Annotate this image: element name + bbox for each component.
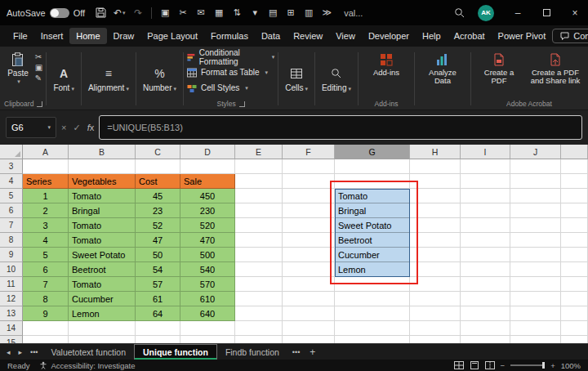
menu-tab-view[interactable]: View <box>329 28 362 44</box>
zoom-in-button[interactable]: + <box>550 361 555 370</box>
camera-icon[interactable]: ▥ <box>301 3 317 23</box>
cell-F8[interactable] <box>283 233 335 248</box>
cell-D15[interactable] <box>180 336 235 343</box>
cell-B12[interactable]: Cucumber <box>69 292 136 306</box>
cut-button[interactable]: ✂ <box>35 52 42 61</box>
cell-A7[interactable]: 3 <box>23 218 69 233</box>
search-button[interactable] <box>451 3 467 23</box>
cell-G5[interactable]: Tomato <box>335 189 410 203</box>
cell-G8[interactable]: Beetroot <box>335 233 410 248</box>
menu-tab-formulas[interactable]: Formulas <box>204 28 255 44</box>
mail-icon[interactable]: ✉ <box>193 3 209 23</box>
cell-J15[interactable] <box>510 336 561 343</box>
cell-H6[interactable] <box>410 203 461 218</box>
cell-H8[interactable] <box>410 233 461 248</box>
column-header-E[interactable]: E <box>235 145 283 159</box>
zoom-slider-thumb[interactable] <box>542 362 545 369</box>
cell-E12[interactable] <box>235 292 283 306</box>
column-header-G[interactable]: G <box>335 145 410 159</box>
cell-F13[interactable] <box>283 306 335 321</box>
cell-E15[interactable] <box>235 336 283 343</box>
zoom-slider[interactable] <box>510 364 545 366</box>
dropdown-icon[interactable]: ▾ <box>247 3 263 23</box>
create-pdf-button[interactable]: Create a PDF <box>474 50 523 87</box>
cell-D4[interactable]: Sale <box>180 174 235 189</box>
menu-tab-draw[interactable]: Draw <box>107 28 141 44</box>
insert-function-icon[interactable]: fx <box>87 123 95 132</box>
cell-A5[interactable]: 1 <box>23 189 69 203</box>
cell-E14[interactable] <box>235 321 283 336</box>
cell-F5[interactable] <box>283 189 335 203</box>
cell-J3[interactable] <box>510 159 561 174</box>
editing-group-button[interactable]: Editing▾ <box>316 48 357 110</box>
cell-A13[interactable]: 9 <box>23 306 69 321</box>
row-header-3[interactable]: 3 <box>0 159 23 174</box>
accessibility-button[interactable]: Accessibility: Investigate <box>39 361 135 370</box>
copy-icon[interactable]: ▣ <box>157 3 173 23</box>
column-header-D[interactable]: D <box>180 145 235 159</box>
cell-A12[interactable]: 8 <box>23 292 69 306</box>
addins-button[interactable]: Add-ins <box>362 50 411 78</box>
cell-C14[interactable] <box>136 321 180 336</box>
row-header-7[interactable]: 7 <box>0 218 23 233</box>
view-page-break-icon[interactable] <box>485 361 495 369</box>
menu-tab-acrobat[interactable]: Acrobat <box>448 28 492 44</box>
cell-G10[interactable]: Lemon <box>335 262 410 277</box>
menu-tab-page-layout[interactable]: Page Layout <box>140 28 204 44</box>
cell-H7[interactable] <box>410 218 461 233</box>
pivot-icon[interactable]: ⊞ <box>283 3 299 23</box>
cell-E6[interactable] <box>235 203 283 218</box>
cell-A6[interactable]: 2 <box>23 203 69 218</box>
cell-I5[interactable] <box>461 189 510 203</box>
view-normal-icon[interactable] <box>454 361 464 369</box>
undo-button[interactable]: ↶▾ <box>111 3 127 23</box>
cell-H15[interactable] <box>410 336 461 343</box>
cell-B10[interactable]: Beetroot <box>69 262 136 277</box>
cell-I3[interactable] <box>461 159 510 174</box>
cell-J4[interactable] <box>510 174 561 189</box>
cell-D7[interactable]: 520 <box>180 218 235 233</box>
menu-tab-developer[interactable]: Developer <box>362 28 416 44</box>
cell-G6[interactable]: Bringal <box>335 203 410 218</box>
cell-B6[interactable]: Bringal <box>69 203 136 218</box>
cell-A10[interactable]: 6 <box>23 262 69 277</box>
overflow-icon[interactable]: ≫ <box>318 3 335 23</box>
cell-J13[interactable] <box>510 306 561 321</box>
cell-C8[interactable]: 47 <box>136 233 180 248</box>
cut-icon[interactable]: ✂ <box>175 3 191 23</box>
row-header-11[interactable]: 11 <box>0 277 23 292</box>
column-header-I[interactable]: I <box>461 145 510 159</box>
row-header-9[interactable]: 9 <box>0 248 23 262</box>
cell-I14[interactable] <box>461 321 510 336</box>
cell-F11[interactable] <box>283 277 335 292</box>
cell-I15[interactable] <box>461 336 510 343</box>
styles-dialog-launcher-icon[interactable] <box>239 101 245 107</box>
cell-A11[interactable]: 7 <box>23 277 69 292</box>
select-all-corner[interactable] <box>0 145 23 159</box>
cell-E4[interactable] <box>235 174 283 189</box>
cell-I11[interactable] <box>461 277 510 292</box>
cell-C10[interactable]: 54 <box>136 262 180 277</box>
add-sheet-button[interactable]: + <box>305 344 320 360</box>
cell-B4[interactable]: Vegetables <box>69 174 136 189</box>
cell-D9[interactable]: 500 <box>180 248 235 262</box>
font-group-button[interactable]: A Font▾ <box>47 48 80 110</box>
cell-F10[interactable] <box>283 262 335 277</box>
cell-E10[interactable] <box>235 262 283 277</box>
zoom-out-button[interactable]: − <box>501 361 506 370</box>
column-header-C[interactable]: C <box>136 145 180 159</box>
column-header-J[interactable]: J <box>510 145 561 159</box>
cells-group-button[interactable]: Cells▾ <box>279 48 314 110</box>
cell-F15[interactable] <box>283 336 335 343</box>
cell-A14[interactable] <box>23 321 69 336</box>
cell-G11[interactable] <box>335 277 410 292</box>
enter-icon[interactable]: ✓ <box>73 123 80 133</box>
cell-A9[interactable]: 5 <box>23 248 69 262</box>
cancel-icon[interactable]: × <box>61 123 66 132</box>
format-painter-button[interactable]: ✎ <box>35 74 42 83</box>
cell-F9[interactable] <box>283 248 335 262</box>
column-header-F[interactable]: F <box>283 145 335 159</box>
sheet-overflow-ellipsis-icon[interactable]: ••• <box>289 344 303 360</box>
cell-C6[interactable]: 23 <box>136 203 180 218</box>
cell-I7[interactable] <box>461 218 510 233</box>
